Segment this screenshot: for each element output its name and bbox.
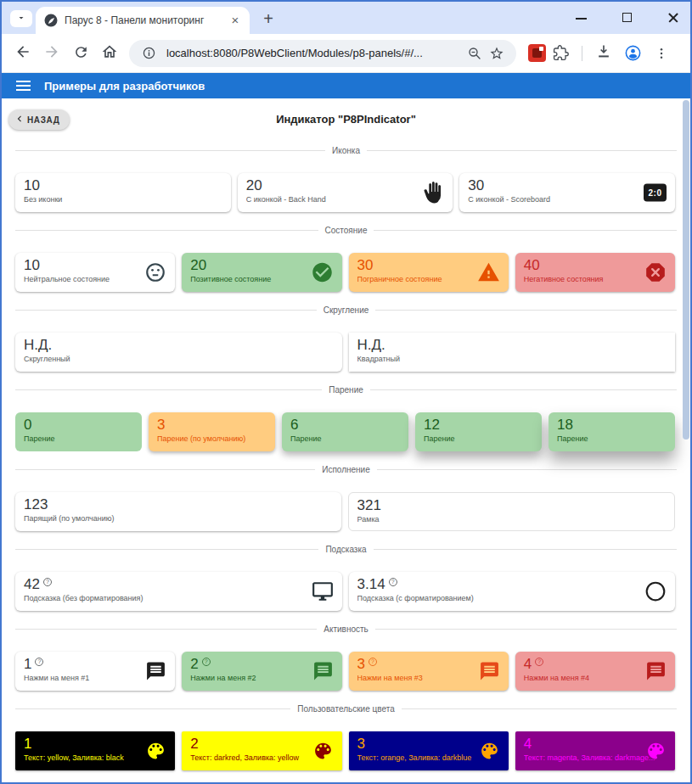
indicator-card-rounded: Н.Д. Скругленный <box>15 333 342 372</box>
hamburger-menu-icon[interactable] <box>15 79 32 92</box>
indicator-card-positive: 20 Позитивное состояние <box>182 253 341 292</box>
back-nav-button[interactable] <box>8 39 37 68</box>
click-me-card-2[interactable]: 2? Нажми на меня #2 <box>182 652 341 691</box>
url-text: localhost:8080/P8WebClient/Modules/p8-pa… <box>166 47 464 59</box>
indicator-label: С иконкой - Scoreboard <box>468 195 667 204</box>
page-title: Индикатор "P8PIndicator" <box>2 113 690 126</box>
help-badge: ? <box>389 578 397 586</box>
section-title: Исполнение <box>315 465 377 474</box>
indicator-card-tooltip-plain: 42? Подсказка (без форматирования) <box>15 572 342 611</box>
row-custom-colors: 1 Текст: yellow, Заливка: black 2 Текст:… <box>15 731 675 770</box>
indicator-value: 1 <box>24 656 31 672</box>
indicator-value: 3.14 <box>357 576 385 592</box>
scrollbar-thumb[interactable] <box>683 100 689 440</box>
comment-icon <box>145 661 166 682</box>
indicator-card-neutral: 10 Нейтральное состояние <box>15 253 175 292</box>
indicator-card-elevation-0: 0 Парение <box>15 412 142 451</box>
profile-avatar[interactable] <box>618 39 647 68</box>
download-icon <box>595 43 612 63</box>
section-title: Подсказка <box>318 545 373 554</box>
zoom-out-icon[interactable] <box>464 42 486 64</box>
indicator-value: Н.Д. <box>357 336 667 354</box>
indicator-value: 10 <box>24 176 222 194</box>
home-button[interactable] <box>95 39 124 68</box>
indicator-value: 42 <box>24 576 40 592</box>
indicator-label: Подсказка (с форматированием) <box>357 594 667 603</box>
palette-icon <box>479 741 500 762</box>
circle-outline-icon <box>644 580 667 602</box>
app-bar: Примеры для разработчиков <box>2 73 690 98</box>
close-button[interactable] <box>665 9 682 26</box>
indicator-card-elevation-12: 12 Парение <box>415 412 542 451</box>
indicator-value: 12 <box>424 416 533 434</box>
row-variant: 123 Парящий (по умолчанию) 321 Рамка <box>15 492 675 531</box>
indicator-value: 3 <box>157 416 267 434</box>
section-divider-activity: Активность <box>15 624 677 634</box>
window-controls <box>573 2 682 34</box>
indicator-label: Парение <box>557 434 667 444</box>
indicator-value: Н.Д. <box>24 336 334 354</box>
downloads-button[interactable] <box>589 39 618 68</box>
help-badge: ? <box>202 658 211 666</box>
indicator-label: С иконкой - Back Hand <box>246 195 445 204</box>
home-icon <box>101 43 118 63</box>
back-arrow-icon <box>14 43 31 63</box>
warning-triangle-icon <box>477 261 500 284</box>
indicator-label: Парение (по умолчанию) <box>157 434 267 444</box>
red-extension-icon[interactable] <box>528 44 546 62</box>
click-me-card-4[interactable]: 4? Нажми на меня #4 <box>515 652 675 691</box>
section-title: Иконка <box>325 146 367 155</box>
help-badge: ? <box>535 658 543 666</box>
toolbar-separator <box>582 46 582 61</box>
indicator-label: Парящий (по умолчанию) <box>24 514 333 524</box>
extensions-puzzle-icon[interactable] <box>546 39 575 68</box>
chevron-down-icon <box>16 13 26 25</box>
click-me-card-3[interactable]: 3? Нажми на меня #3 <box>349 652 509 691</box>
bookmark-star-icon[interactable] <box>486 42 508 64</box>
indicator-value: 123 <box>24 496 333 513</box>
indicator-card-outlined: 321 Рамка <box>348 492 676 531</box>
indicator-label: Парение <box>424 434 533 444</box>
forward-nav-button[interactable] <box>37 39 66 68</box>
indicator-label: Без иконки <box>24 195 222 204</box>
address-bar[interactable]: localhost:8080/P8WebClient/Modules/p8-pa… <box>129 40 516 67</box>
click-me-card-1[interactable]: 1? Нажми на меня #1 <box>15 652 175 691</box>
header-row: НАЗАД Индикатор "P8PIndicator" <box>2 98 690 132</box>
section-title: Пользовательские цвета <box>290 704 401 714</box>
indicator-value: 2 <box>190 656 198 672</box>
indicator-card-warning: 30 Пограничное состояние <box>349 253 509 292</box>
browser-tab[interactable]: Парус 8 - Панели мониторинг × <box>36 7 250 34</box>
indicator-value: 4 <box>524 656 532 672</box>
section-divider-elevation: Парение <box>15 384 677 395</box>
indicator-label: Скругленный <box>24 355 334 364</box>
section-divider-icon: Иконка <box>15 145 677 155</box>
tab-search-button[interactable] <box>10 10 32 27</box>
indicator-value: 0 <box>24 416 133 434</box>
octagon-x-icon <box>644 261 667 283</box>
check-circle-icon <box>311 261 334 284</box>
reload-icon <box>73 44 89 63</box>
menu-dots-icon[interactable] <box>647 39 676 68</box>
tab-close-icon[interactable]: × <box>228 13 243 28</box>
reload-button[interactable] <box>66 39 95 68</box>
browser-toolbar: localhost:8080/P8WebClient/Modules/p8-pa… <box>2 34 690 73</box>
section-divider-rounding: Скругление <box>15 305 677 315</box>
minimize-button[interactable] <box>573 9 590 26</box>
help-badge: ? <box>43 578 52 586</box>
help-badge: ? <box>369 658 377 666</box>
section-divider-variant: Исполнение <box>15 464 677 474</box>
indicator-value: 20 <box>246 176 445 194</box>
indicator-card-elevation-18: 18 Парение <box>549 412 675 451</box>
new-tab-button[interactable]: + <box>256 7 280 31</box>
row-activity: 1? Нажми на меня #1 2? Нажми на меня #2 … <box>15 652 675 691</box>
indicator-value: 3 <box>357 656 365 672</box>
indicator-label: Подсказка (без форматирования) <box>24 594 334 603</box>
indicator-card-square: Н.Д. Квадратный <box>349 333 676 372</box>
parus-favicon-icon <box>44 14 58 27</box>
custom-color-card-3: 3 Текст: orange, Заливка: darkblue <box>349 731 509 770</box>
site-info-icon[interactable] <box>138 42 160 64</box>
minimize-icon <box>576 18 587 20</box>
palette-icon <box>145 741 166 762</box>
indicator-label: Парение <box>290 434 400 444</box>
maximize-button[interactable] <box>619 9 636 26</box>
